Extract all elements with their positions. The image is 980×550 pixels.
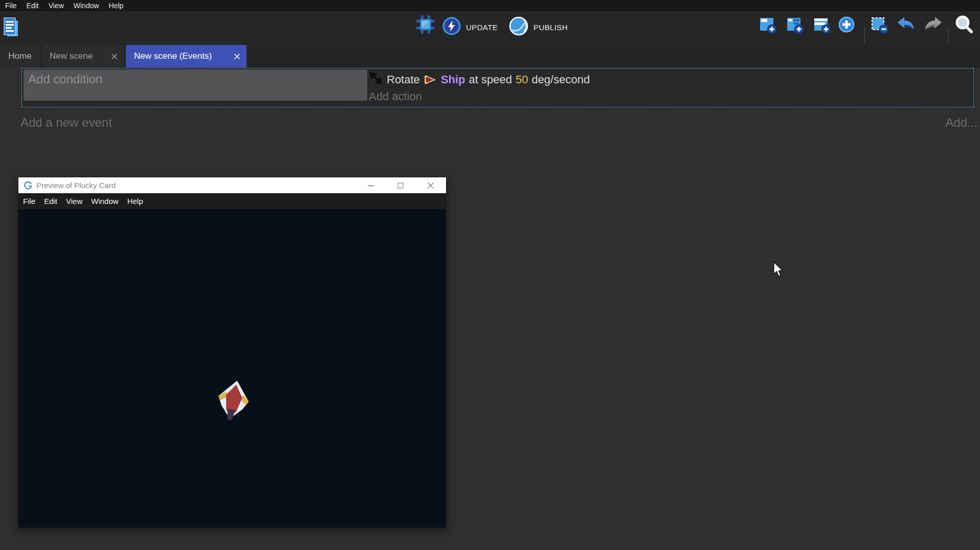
tab-new-scene-events[interactable]: New scene (Events): [126, 45, 247, 67]
add-comment-icon: [812, 27, 832, 36]
menu-edit[interactable]: Edit: [27, 2, 39, 10]
app-window: File Edit View Window Help: [0, 0, 980, 550]
tab-label: New scene (Events): [134, 51, 212, 61]
publish-globe-icon: [508, 16, 529, 38]
project-manager-icon: [3, 33, 19, 41]
preview-title-bar[interactable]: Preview of Plucky Card: [18, 177, 446, 193]
publish-label: PUBLISH: [533, 23, 568, 32]
main-toolbar: UPDATE PUBLISH: [0, 11, 980, 45]
close-button[interactable]: [420, 177, 441, 193]
close-tab-icon[interactable]: [111, 53, 118, 60]
add-event-icon: [758, 27, 777, 36]
preview-menu-edit[interactable]: Edit: [44, 197, 57, 205]
redo-icon: [923, 27, 943, 35]
action-text: at speed: [469, 73, 512, 86]
game-canvas: [18, 209, 446, 528]
close-tab-icon[interactable]: [234, 53, 240, 60]
action-unit: deg/second: [531, 73, 590, 86]
tab-new-scene[interactable]: New scene: [42, 45, 124, 67]
add-event-button[interactable]: [758, 15, 777, 36]
search-events-button[interactable]: [953, 14, 975, 38]
toolbar-separator: [864, 28, 865, 44]
preview-menu-view[interactable]: View: [66, 197, 82, 205]
app-menu-bar: File Edit View Window Help: [0, 0, 980, 11]
action-verb: Rotate: [387, 73, 420, 86]
add-other-event-icon: [837, 27, 856, 36]
delete-selected-button[interactable]: [870, 15, 889, 36]
menu-window[interactable]: Window: [74, 2, 99, 10]
redo-button[interactable]: [923, 15, 943, 36]
selected-event-row[interactable]: Add condition Rotate: [21, 68, 974, 107]
undo-button[interactable]: [896, 15, 917, 36]
preview-menu-file[interactable]: File: [23, 197, 35, 205]
debug-chip-icon: [415, 28, 436, 36]
add-comment-button[interactable]: [812, 15, 832, 36]
add-condition-placeholder[interactable]: Add condition: [28, 72, 102, 86]
preview-menu-bar: File Edit View Window Help: [18, 193, 446, 209]
add-subevent-button[interactable]: [785, 15, 805, 36]
add-action-placeholder[interactable]: Add action: [369, 90, 422, 103]
menu-view[interactable]: View: [49, 2, 64, 10]
undo-icon: [896, 27, 917, 35]
preview-window-title: Preview of Plucky Card: [36, 181, 116, 190]
conditions-area[interactable]: Add condition: [24, 70, 367, 101]
delete-selected-icon: [870, 27, 889, 36]
menu-file[interactable]: File: [5, 2, 17, 10]
action-value: 50: [516, 73, 528, 86]
minimize-button[interactable]: [361, 177, 381, 193]
project-manager-button[interactable]: [3, 16, 19, 42]
preview-menu-window[interactable]: Window: [91, 197, 118, 205]
rotate-action[interactable]: Rotate Ship at speed 50 deg/second: [369, 71, 590, 88]
gdevelop-logo-icon: [24, 181, 33, 190]
update-button[interactable]: UPDATE: [442, 16, 498, 38]
update-label: UPDATE: [466, 23, 498, 32]
add-other-event-button[interactable]: [837, 15, 856, 36]
tab-bar: Home New scene New scene (Events): [0, 45, 980, 67]
action-object-name: Ship: [441, 73, 465, 86]
update-bolt-icon: [442, 16, 461, 38]
debug-button[interactable]: [415, 14, 436, 37]
add-subevent-icon: [785, 27, 805, 36]
preview-menu-help[interactable]: Help: [127, 197, 143, 205]
maximize-button[interactable]: [390, 177, 411, 193]
preview-window: Preview of Plucky Card File Edit View Wi…: [18, 177, 446, 528]
ship-object-icon: [424, 74, 437, 86]
search-icon: [953, 29, 975, 37]
add-new-event-placeholder[interactable]: Add a new event: [20, 116, 112, 130]
mouse-cursor-icon: [772, 262, 784, 280]
menu-help[interactable]: Help: [109, 2, 124, 10]
ship-sprite: [212, 378, 255, 425]
toolbar-separator: [948, 28, 949, 44]
tab-home[interactable]: Home: [0, 45, 40, 67]
tab-label: New scene: [50, 51, 93, 61]
rotate-action-icon: [369, 71, 383, 88]
add-event-menu-button[interactable]: Add...: [945, 116, 977, 130]
tab-label: Home: [8, 51, 31, 61]
publish-button[interactable]: PUBLISH: [508, 16, 568, 38]
